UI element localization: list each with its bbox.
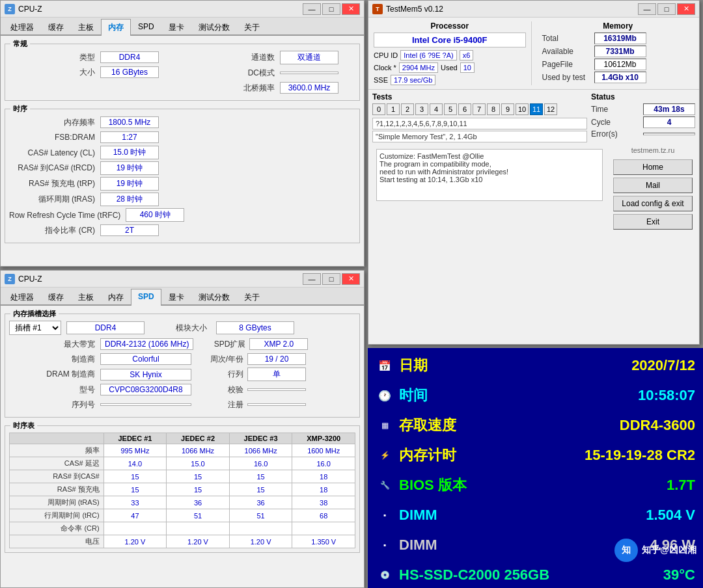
test-1[interactable]: 1	[387, 103, 400, 115]
minimize-button-2[interactable]: —	[303, 273, 321, 285]
tab-mainboard[interactable]: 主板	[71, 19, 101, 36]
status-title: Status	[591, 92, 695, 101]
dc-label: DC模式	[189, 68, 280, 79]
maximize-button-2[interactable]: □	[322, 273, 340, 285]
section-timing-table: 时序表 JEDEC #1 JEDEC #2 JEDEC #3 XMP-3200 …	[5, 425, 360, 553]
cell-3-2: 15	[229, 483, 292, 496]
cell-0-0: 995 MHz	[103, 444, 167, 457]
tab-cache[interactable]: 缓存	[41, 19, 71, 36]
dimm2-label: DIMM	[399, 537, 650, 554]
cell-5-2: 51	[229, 509, 292, 522]
size-label: 大小	[9, 67, 100, 78]
mail-button[interactable]: Mail	[613, 178, 693, 193]
tab2-processor[interactable]: 处理器	[3, 289, 41, 306]
tab-processor[interactable]: 处理器	[3, 19, 41, 36]
cell-6-2	[229, 522, 292, 535]
test-9[interactable]: 9	[501, 103, 514, 115]
section-common: 常规 类型 DDR4 大小 16 GBytes 通道数 双通道 DC模式	[5, 44, 360, 101]
test-12[interactable]: 12	[544, 103, 557, 115]
cpuz-memory-window: Z CPU-Z — □ ✕ 处理器 缓存 主板 内存 SPD 显卡 测试分数 关…	[0, 0, 365, 267]
dc-value	[280, 72, 338, 74]
col-header-xmp: XMP-3200	[292, 433, 355, 444]
tras-value: 28 时钟	[100, 193, 159, 206]
fsb-label: FSB:DRAM	[9, 133, 100, 142]
test-5[interactable]: 5	[444, 103, 457, 115]
testmem-minimize[interactable]: —	[638, 3, 656, 15]
ssd-value: 39°C	[663, 567, 695, 583]
test-11[interactable]: 11	[530, 103, 543, 115]
row-value: 单	[247, 368, 306, 381]
cpuz-spd-window: Z CPU-Z — □ ✕ 处理器 缓存 主板 内存 SPD 显卡 测试分数 关…	[0, 270, 365, 588]
page-value: 10612Mb	[594, 59, 646, 70]
tests-title: Tests	[372, 92, 587, 101]
maximize-button[interactable]: □	[322, 3, 340, 15]
close-button-2[interactable]: ✕	[342, 273, 360, 285]
cell-5-0: 47	[103, 509, 167, 522]
spd-value: XMP 2.0	[249, 338, 308, 350]
home-button[interactable]: Home	[613, 159, 693, 175]
exit-button[interactable]: Exit	[613, 214, 693, 230]
bios-icon: 🔧	[376, 481, 394, 490]
cell-4-0: 33	[103, 496, 167, 509]
test-3[interactable]: 3	[415, 103, 428, 115]
sse-label: SSE	[374, 76, 388, 84]
section-common-title: 常规	[10, 39, 30, 49]
dimm1-row: ▪ DIMM 1.504 V	[376, 503, 695, 528]
load-config-button[interactable]: Load config & exit	[613, 196, 693, 211]
test-0[interactable]: 0	[372, 103, 385, 115]
cell-3-0: 15	[103, 483, 167, 496]
test-4[interactable]: 4	[430, 103, 443, 115]
type-label: 类型	[9, 52, 100, 63]
tab2-benchmark[interactable]: 测试分数	[191, 289, 237, 306]
tab-about[interactable]: 关于	[237, 19, 267, 36]
cell-1-2: 16.0	[229, 457, 292, 470]
test-10[interactable]: 10	[516, 103, 529, 115]
processor-section-title: Processor	[374, 21, 526, 31]
dram-label: DRAM 制造商	[9, 369, 100, 380]
testmem-close[interactable]: ✕	[677, 3, 695, 15]
mem-freq-value: 1800.5 MHz	[100, 116, 159, 128]
tab2-gpu[interactable]: 显卡	[161, 289, 191, 306]
tab-spd[interactable]: SPD	[131, 19, 161, 36]
time-label: Time	[591, 105, 643, 114]
test-2[interactable]: 2	[401, 103, 414, 115]
clock-label: Clock *	[374, 64, 396, 72]
tab2-about[interactable]: 关于	[237, 289, 267, 306]
mfr-value: Colorful	[100, 353, 191, 365]
cell-1-0: 14.0	[103, 457, 167, 470]
test-7[interactable]: 7	[473, 103, 486, 115]
test-6[interactable]: 6	[458, 103, 471, 115]
cpuz-icon-2: Z	[5, 274, 15, 284]
tab2-cache[interactable]: 缓存	[41, 289, 71, 306]
tab-benchmark[interactable]: 测试分数	[191, 19, 237, 36]
table-row: 行周期时间 (tRC) 47 51 51 68	[10, 509, 355, 522]
cell-0-2: 1066 MHz	[229, 444, 292, 457]
col-header-jedec1: JEDEC #1	[103, 433, 167, 444]
close-button[interactable]: ✕	[342, 3, 360, 15]
trp-value: 19 时钟	[100, 177, 159, 191]
cell-2-1: 15	[167, 470, 230, 483]
tab2-mainboard[interactable]: 主板	[71, 289, 101, 306]
cpuz-title-2: CPU-Z	[18, 274, 303, 284]
section-slot-title: 内存插槽选择	[10, 309, 59, 319]
tab2-memory[interactable]: 内存	[101, 289, 131, 306]
tab-gpu[interactable]: 显卡	[161, 19, 191, 36]
tab2-spd[interactable]: SPD	[131, 289, 161, 306]
test-8[interactable]: 8	[487, 103, 500, 115]
testmem-window: T TestMem5 v0.12 — □ ✕ Processor Intel C…	[368, 0, 700, 345]
table-row: RAS# 到CAS# 15 15 15 18	[10, 470, 355, 483]
title-bar-top: Z CPU-Z — □ ✕	[1, 1, 364, 18]
slot-selector[interactable]: 插槽 #1 插槽 #2	[9, 321, 61, 335]
spd-label: SPD扩展	[206, 339, 245, 350]
testmem-maximize[interactable]: □	[657, 3, 676, 15]
trcd-value: 19 时钟	[100, 161, 159, 175]
testmem-controls: — □ ✕	[638, 3, 695, 15]
used-by-test-label: Used by test	[542, 73, 594, 82]
cell-2-3: 18	[292, 470, 355, 483]
log-area: Customize: FastMemTest @Ollie The progra…	[376, 149, 603, 201]
minimize-button[interactable]: —	[303, 3, 321, 15]
cell-4-1: 36	[167, 496, 230, 509]
tab-memory[interactable]: 内存	[101, 19, 131, 36]
cr-label: 指令比率 (CR)	[9, 225, 100, 236]
size-value-spd: 8 GBytes	[216, 321, 294, 334]
